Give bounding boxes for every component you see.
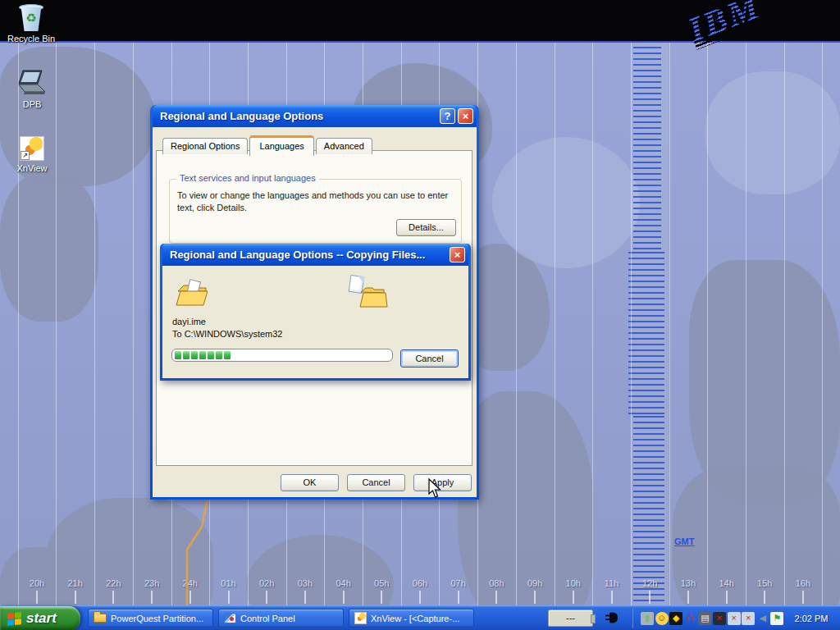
copy-close-button[interactable]: × [450,247,465,262]
timezone-gridline [516,43,517,607]
timezone-tick [266,591,267,604]
xnview-icon: ↗ [20,136,44,161]
timezone-label: 15h [751,578,778,588]
ac-power-icon [605,611,619,624]
timezone-tick [649,591,651,604]
timezone-tick [36,591,38,604]
timezone-gridline [592,43,593,607]
timezone-tick [458,591,459,604]
groupbox-text-line1: To view or change the languages and meth… [177,190,448,200]
copy-file-name: dayi.ime [172,317,206,326]
timezone-tick [764,591,765,604]
timezone-tick [611,591,613,604]
copy-dialog-title: Regional and Language Options -- Copying… [170,249,447,261]
user-accounts-icon[interactable]: ⁂ [684,612,697,625]
timezone-label: 06h [406,578,434,588]
taskbar-task[interactable]: XnView - [<Capture-... [349,609,474,628]
tab-languages[interactable]: Languages [249,135,313,156]
folder-icon [94,614,107,623]
desktop-icon-dpb[interactable]: DPB [6,69,58,109]
power-meter[interactable]: --- [548,609,593,627]
progress-block [208,351,214,359]
help-button[interactable]: ? [440,108,455,124]
print-server-icon[interactable]: ▤ [698,612,711,625]
timezone-gridline [707,43,708,607]
timezone-tick [573,591,574,604]
network-disconnected-icon[interactable]: × [728,612,741,625]
copy-dialog-titlebar[interactable]: Regional and Language Options -- Copying… [162,244,468,266]
map-landmass [0,174,98,322]
timezone-tick [151,591,153,604]
copying-files-dialog: Regional and Language Options -- Copying… [160,244,471,381]
start-button[interactable]: start [0,606,80,630]
copy-destination: To C:\WINDOWS\system32 [172,329,282,339]
desktop-icon-recycle-bin[interactable]: ♻ Recycle Bin [5,3,57,43]
gmt-label: GMT [674,536,694,546]
copy-progress-bar [171,349,393,362]
timezone-tick [802,591,804,604]
pen-tablet-icon[interactable]: ⚑ [770,612,783,625]
volume-icon[interactable]: ◀ [756,612,769,625]
timezone-gridline [56,43,57,607]
tab-advanced[interactable]: Advanced [316,138,372,154]
laptop-icon [16,69,48,97]
source-folder-icon [175,279,209,308]
taskbar-task[interactable]: PowerQuest Partition... [88,609,213,628]
timezone-label: 24h [176,578,204,588]
tab-regional-options[interactable]: Regional Options [162,138,248,154]
taskbar-clock[interactable]: 2:02 PM [786,606,837,630]
start-label: start [26,610,57,627]
timezone-label: 22h [99,578,127,588]
timezone-label: 11h [598,578,626,588]
progress-block [224,351,231,359]
close-button[interactable]: × [458,108,473,124]
timezone-gridline [94,43,95,607]
diamond-utility-icon[interactable]: ◆ [669,612,682,625]
messenger-smiley-icon[interactable]: ☺ [655,612,669,625]
ok-button[interactable]: OK [281,474,339,491]
progress-block [175,351,181,359]
dialog-title: Regional and Language Options [160,110,437,122]
desktop: GMT 20h21h22h23h24h01h02h03h04h05h06h07h… [0,0,840,630]
timezone-tick [75,591,76,604]
timezone-label: 07h [445,578,472,588]
timezone-tick [189,591,191,604]
timezone-gridline [784,43,785,607]
network-disconnected2-icon[interactable]: × [742,612,755,625]
timezone-tick [419,591,421,604]
taskbar-task[interactable]: Control Panel [218,609,344,628]
desktop-icon-xnview[interactable]: ↗ XnView [6,136,58,173]
tray-divider [632,609,633,628]
progress-block [216,351,222,359]
groupbox-text-line2: text, click Details. [177,203,247,212]
timezone-label: 01h [215,578,243,588]
text-services-groupbox: Text services and input languages To vie… [169,179,462,244]
cancel-button[interactable]: Cancel [347,474,405,491]
groupbox-title: Text services and input languages [176,173,319,183]
control-panel-icon [224,613,236,623]
timezone-label: 02h [253,578,281,588]
shortcut-arrow-icon: ↗ [21,151,30,160]
timezone-label: 13h [674,578,702,588]
display-error-icon[interactable]: × [713,612,726,625]
timezone-label: 08h [482,578,510,588]
timezone-tick [495,591,497,604]
apply-button[interactable]: Apply [413,474,472,491]
timezone-gridline [18,43,19,607]
timezone-gridline [555,43,555,607]
dialog-titlebar[interactable]: Regional and Language Options ? × [153,105,477,127]
timezone-tick [304,591,306,604]
task-label: XnView - [<Capture-... [371,614,459,623]
copy-cancel-button[interactable]: Cancel [400,349,459,368]
gmt-stripe-band [633,47,661,252]
timezone-gridline [669,43,670,607]
progress-block [199,351,206,359]
target-folder-icon [359,285,389,310]
timezone-label: 12h [636,578,664,588]
tab-bar: Regional OptionsLanguagesAdvanced [162,134,374,154]
timezone-label: 04h [330,578,358,588]
details-button[interactable]: Details... [396,219,456,236]
removable-hardware-icon[interactable]: ▮ [641,612,654,625]
timezone-label: 21h [62,578,89,588]
windows-logo-icon [7,612,21,626]
